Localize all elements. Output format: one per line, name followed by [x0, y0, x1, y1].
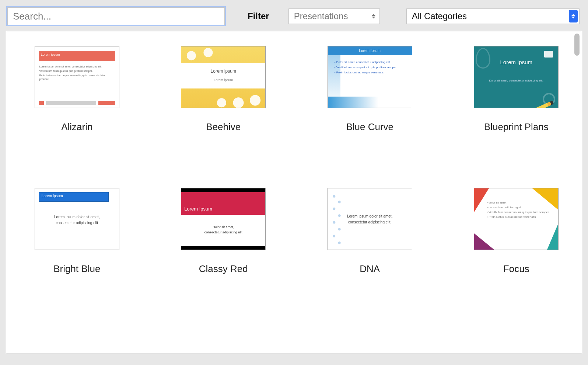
thumb-line: consectetur adipiscing elit [35, 221, 119, 225]
thumb-line: consectetur adipiscing elit [181, 230, 265, 234]
template-thumbnail: Lorem Ipsum Dolor sit amet, consectetur … [328, 46, 412, 108]
template-name: Blue Curve [346, 121, 393, 133]
template-name: Classy Red [199, 263, 248, 275]
thumb-line: Vestibulum consequat mi quis pretium sem… [39, 69, 115, 73]
thumb-line: consectetur adipiscing elit. [328, 220, 412, 224]
thumb-line: Lorem ipsum dolor sit amet, [328, 214, 412, 218]
thumb-title: Lorem ipsum [42, 194, 63, 198]
template-thumbnail: dolor sit amet consectetur adipiscing el… [474, 188, 559, 250]
template-card-alizarin[interactable]: Lorem ipsum Lorem ipsum dolor sit amet, … [26, 46, 128, 133]
updown-icon [369, 10, 378, 22]
template-name: Blueprint Plans [484, 121, 549, 133]
thumb-title: Lorem Ipsum [328, 46, 412, 55]
thumb-title: Lorem ipsum [41, 53, 60, 56]
thumb-line: Lorem ipsum dolor sit amet, [35, 215, 119, 219]
thumb-line: Vestibulum consequat mi quis pretium sem… [487, 211, 549, 214]
thumb-line: Lorem ipsum dolor sit amet, consectetur … [39, 65, 115, 69]
template-card-dna[interactable]: Lorem ipsum dolor sit amet, consectetur … [319, 188, 421, 275]
template-card-blueprint-plans[interactable]: Lorem Ipsum Dolor sit amet, consectetur … [466, 46, 567, 133]
thumb-title: Lorem ipsum [181, 69, 265, 74]
thumb-line: Dolor sit amet, consectetur adipiscing e… [335, 60, 391, 64]
template-name: Alizarin [61, 121, 92, 133]
template-type-value: Presentations [294, 11, 348, 21]
thumb-title: Lorem Ipsum [474, 59, 558, 65]
updown-icon [569, 10, 578, 22]
template-grid: Lorem ipsum Lorem ipsum dolor sit amet, … [26, 46, 567, 275]
category-select[interactable]: All Categories [406, 8, 580, 24]
template-card-classy-red[interactable]: Lorem Ipsum Dolor sit amet, consectetur … [173, 188, 274, 275]
thumb-title: Lorem Ipsum [184, 206, 212, 212]
template-card-focus[interactable]: dolor sit amet consectetur adipiscing el… [466, 188, 567, 275]
filter-label: Filter [248, 11, 269, 21]
scrollbar-thumb[interactable] [574, 34, 580, 56]
template-thumbnail: Lorem ipsum Lorem ipsum [181, 46, 266, 108]
template-name: DNA [360, 263, 380, 275]
template-name: Focus [503, 263, 529, 275]
template-card-bright-blue[interactable]: Lorem ipsum Lorem ipsum dolor sit amet, … [26, 188, 128, 275]
template-thumbnail: Lorem ipsum dolor sit amet, consectetur … [328, 188, 412, 250]
template-gallery: Lorem ipsum Lorem ipsum dolor sit amet, … [6, 31, 582, 354]
thumb-line: consectetur adipiscing elit [487, 206, 549, 209]
thumb-subtitle: Lorem ipsum [181, 78, 265, 82]
template-thumbnail: Lorem ipsum Lorem ipsum dolor sit amet, … [35, 188, 119, 250]
thumb-line: Proin luctus orci ac neque venenatis, qu… [39, 74, 115, 81]
template-card-beehive[interactable]: Lorem ipsum Lorem ipsum Beehive [173, 46, 274, 133]
template-thumbnail: Lorem ipsum Lorem ipsum dolor sit amet, … [35, 46, 119, 108]
template-thumbnail: Lorem Ipsum Dolor sit amet, consectetur … [474, 46, 559, 108]
template-card-blue-curve[interactable]: Lorem Ipsum Dolor sit amet, consectetur … [319, 46, 421, 133]
thumb-subtitle: Dolor sit amet, consectetur adipiscing e… [474, 79, 558, 82]
toolbar: Filter Presentations All Categories [6, 6, 582, 31]
template-thumbnail: Lorem Ipsum Dolor sit amet, consectetur … [181, 188, 266, 250]
thumb-list: dolor sit amet consectetur adipiscing el… [487, 201, 549, 220]
template-name: Beehive [206, 121, 241, 133]
template-name: Bright Blue [53, 263, 100, 275]
thumb-line: Vestibulum consequat mi quis pretium sem… [335, 66, 397, 69]
thumb-line: dolor sit amet [487, 201, 549, 204]
template-type-select[interactable]: Presentations [288, 8, 380, 24]
category-value: All Categories [412, 11, 467, 21]
thumb-line: Dolor sit amet, [181, 225, 265, 229]
thumb-line: Proin luctus orci ac neque venenatis [487, 215, 549, 219]
search-input[interactable] [7, 7, 225, 25]
thumb-line: Proin luctus orci ac neque venenatis. [335, 71, 385, 74]
